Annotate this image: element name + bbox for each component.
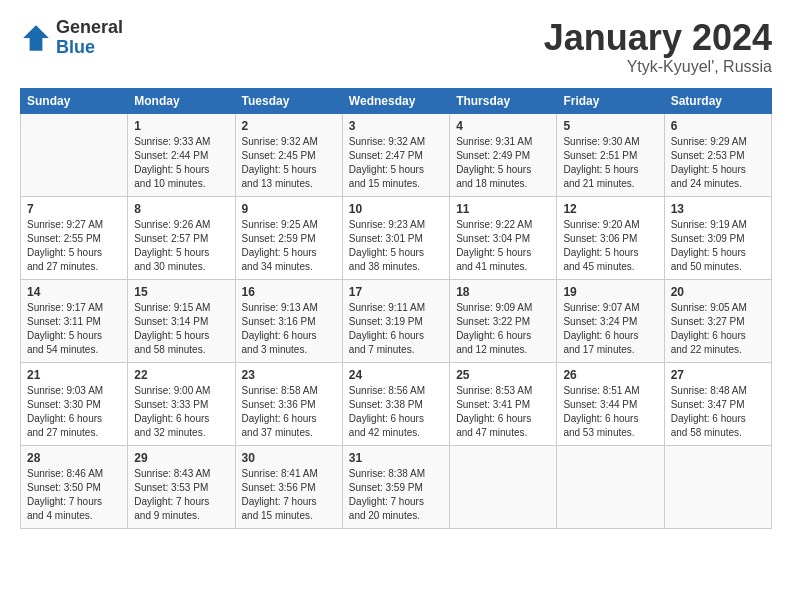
- calendar-cell: 18Sunrise: 9:09 AM Sunset: 3:22 PM Dayli…: [450, 279, 557, 362]
- day-info: Sunrise: 8:51 AM Sunset: 3:44 PM Dayligh…: [563, 384, 657, 440]
- calendar-cell: 21Sunrise: 9:03 AM Sunset: 3:30 PM Dayli…: [21, 362, 128, 445]
- calendar-cell: 24Sunrise: 8:56 AM Sunset: 3:38 PM Dayli…: [342, 362, 449, 445]
- calendar-cell: 27Sunrise: 8:48 AM Sunset: 3:47 PM Dayli…: [664, 362, 771, 445]
- calendar-cell: 4Sunrise: 9:31 AM Sunset: 2:49 PM Daylig…: [450, 113, 557, 196]
- day-info: Sunrise: 9:25 AM Sunset: 2:59 PM Dayligh…: [242, 218, 336, 274]
- calendar-cell: 20Sunrise: 9:05 AM Sunset: 3:27 PM Dayli…: [664, 279, 771, 362]
- day-info: Sunrise: 9:11 AM Sunset: 3:19 PM Dayligh…: [349, 301, 443, 357]
- day-number: 12: [563, 202, 657, 216]
- calendar-cell: 8Sunrise: 9:26 AM Sunset: 2:57 PM Daylig…: [128, 196, 235, 279]
- title-month: January 2024: [544, 18, 772, 58]
- calendar-cell: 28Sunrise: 8:46 AM Sunset: 3:50 PM Dayli…: [21, 445, 128, 528]
- day-number: 23: [242, 368, 336, 382]
- page: General Blue January 2024 Ytyk-Kyuyel', …: [0, 0, 792, 612]
- calendar-cell: 5Sunrise: 9:30 AM Sunset: 2:51 PM Daylig…: [557, 113, 664, 196]
- calendar-body: 1Sunrise: 9:33 AM Sunset: 2:44 PM Daylig…: [21, 113, 772, 528]
- day-number: 22: [134, 368, 228, 382]
- day-number: 10: [349, 202, 443, 216]
- day-info: Sunrise: 8:48 AM Sunset: 3:47 PM Dayligh…: [671, 384, 765, 440]
- calendar-table: Sunday Monday Tuesday Wednesday Thursday…: [20, 88, 772, 529]
- day-number: 30: [242, 451, 336, 465]
- day-number: 19: [563, 285, 657, 299]
- col-thursday: Thursday: [450, 88, 557, 113]
- day-number: 27: [671, 368, 765, 382]
- day-number: 31: [349, 451, 443, 465]
- calendar-cell: [557, 445, 664, 528]
- day-info: Sunrise: 8:46 AM Sunset: 3:50 PM Dayligh…: [27, 467, 121, 523]
- day-number: 17: [349, 285, 443, 299]
- title-location: Ytyk-Kyuyel', Russia: [544, 58, 772, 76]
- col-tuesday: Tuesday: [235, 88, 342, 113]
- col-friday: Friday: [557, 88, 664, 113]
- day-info: Sunrise: 9:27 AM Sunset: 2:55 PM Dayligh…: [27, 218, 121, 274]
- calendar-cell: 12Sunrise: 9:20 AM Sunset: 3:06 PM Dayli…: [557, 196, 664, 279]
- day-info: Sunrise: 8:53 AM Sunset: 3:41 PM Dayligh…: [456, 384, 550, 440]
- day-number: 21: [27, 368, 121, 382]
- calendar-cell: [450, 445, 557, 528]
- calendar-cell: 2Sunrise: 9:32 AM Sunset: 2:45 PM Daylig…: [235, 113, 342, 196]
- day-number: 6: [671, 119, 765, 133]
- calendar-week-1: 1Sunrise: 9:33 AM Sunset: 2:44 PM Daylig…: [21, 113, 772, 196]
- calendar-cell: 29Sunrise: 8:43 AM Sunset: 3:53 PM Dayli…: [128, 445, 235, 528]
- day-info: Sunrise: 9:03 AM Sunset: 3:30 PM Dayligh…: [27, 384, 121, 440]
- calendar-week-2: 7Sunrise: 9:27 AM Sunset: 2:55 PM Daylig…: [21, 196, 772, 279]
- day-info: Sunrise: 9:30 AM Sunset: 2:51 PM Dayligh…: [563, 135, 657, 191]
- day-info: Sunrise: 9:22 AM Sunset: 3:04 PM Dayligh…: [456, 218, 550, 274]
- calendar-cell: 6Sunrise: 9:29 AM Sunset: 2:53 PM Daylig…: [664, 113, 771, 196]
- day-number: 8: [134, 202, 228, 216]
- calendar-cell: 30Sunrise: 8:41 AM Sunset: 3:56 PM Dayli…: [235, 445, 342, 528]
- calendar-cell: 13Sunrise: 9:19 AM Sunset: 3:09 PM Dayli…: [664, 196, 771, 279]
- header-row: Sunday Monday Tuesday Wednesday Thursday…: [21, 88, 772, 113]
- title-block: January 2024 Ytyk-Kyuyel', Russia: [544, 18, 772, 76]
- calendar-cell: 16Sunrise: 9:13 AM Sunset: 3:16 PM Dayli…: [235, 279, 342, 362]
- calendar-cell: 14Sunrise: 9:17 AM Sunset: 3:11 PM Dayli…: [21, 279, 128, 362]
- day-info: Sunrise: 8:56 AM Sunset: 3:38 PM Dayligh…: [349, 384, 443, 440]
- day-number: 26: [563, 368, 657, 382]
- calendar-week-3: 14Sunrise: 9:17 AM Sunset: 3:11 PM Dayli…: [21, 279, 772, 362]
- day-info: Sunrise: 9:05 AM Sunset: 3:27 PM Dayligh…: [671, 301, 765, 357]
- day-number: 29: [134, 451, 228, 465]
- day-number: 20: [671, 285, 765, 299]
- calendar-cell: [21, 113, 128, 196]
- calendar-cell: 22Sunrise: 9:00 AM Sunset: 3:33 PM Dayli…: [128, 362, 235, 445]
- day-info: Sunrise: 9:32 AM Sunset: 2:47 PM Dayligh…: [349, 135, 443, 191]
- day-info: Sunrise: 9:15 AM Sunset: 3:14 PM Dayligh…: [134, 301, 228, 357]
- day-info: Sunrise: 9:13 AM Sunset: 3:16 PM Dayligh…: [242, 301, 336, 357]
- col-saturday: Saturday: [664, 88, 771, 113]
- day-number: 9: [242, 202, 336, 216]
- day-info: Sunrise: 8:58 AM Sunset: 3:36 PM Dayligh…: [242, 384, 336, 440]
- day-number: 15: [134, 285, 228, 299]
- day-info: Sunrise: 8:38 AM Sunset: 3:59 PM Dayligh…: [349, 467, 443, 523]
- calendar-cell: 10Sunrise: 9:23 AM Sunset: 3:01 PM Dayli…: [342, 196, 449, 279]
- svg-marker-0: [23, 25, 49, 51]
- calendar-week-5: 28Sunrise: 8:46 AM Sunset: 3:50 PM Dayli…: [21, 445, 772, 528]
- logo-general-text: General: [56, 18, 123, 38]
- day-info: Sunrise: 9:07 AM Sunset: 3:24 PM Dayligh…: [563, 301, 657, 357]
- col-monday: Monday: [128, 88, 235, 113]
- header: General Blue January 2024 Ytyk-Kyuyel', …: [20, 18, 772, 76]
- calendar-cell: 26Sunrise: 8:51 AM Sunset: 3:44 PM Dayli…: [557, 362, 664, 445]
- day-number: 24: [349, 368, 443, 382]
- logo-icon: [20, 22, 52, 54]
- day-number: 2: [242, 119, 336, 133]
- calendar-cell: [664, 445, 771, 528]
- day-info: Sunrise: 9:17 AM Sunset: 3:11 PM Dayligh…: [27, 301, 121, 357]
- day-info: Sunrise: 9:26 AM Sunset: 2:57 PM Dayligh…: [134, 218, 228, 274]
- day-info: Sunrise: 9:33 AM Sunset: 2:44 PM Dayligh…: [134, 135, 228, 191]
- day-info: Sunrise: 9:09 AM Sunset: 3:22 PM Dayligh…: [456, 301, 550, 357]
- calendar-cell: 17Sunrise: 9:11 AM Sunset: 3:19 PM Dayli…: [342, 279, 449, 362]
- day-number: 4: [456, 119, 550, 133]
- day-number: 18: [456, 285, 550, 299]
- calendar-cell: 31Sunrise: 8:38 AM Sunset: 3:59 PM Dayli…: [342, 445, 449, 528]
- day-info: Sunrise: 9:23 AM Sunset: 3:01 PM Dayligh…: [349, 218, 443, 274]
- day-info: Sunrise: 8:41 AM Sunset: 3:56 PM Dayligh…: [242, 467, 336, 523]
- calendar-cell: 15Sunrise: 9:15 AM Sunset: 3:14 PM Dayli…: [128, 279, 235, 362]
- calendar-cell: 25Sunrise: 8:53 AM Sunset: 3:41 PM Dayli…: [450, 362, 557, 445]
- calendar-cell: 9Sunrise: 9:25 AM Sunset: 2:59 PM Daylig…: [235, 196, 342, 279]
- day-info: Sunrise: 9:20 AM Sunset: 3:06 PM Dayligh…: [563, 218, 657, 274]
- day-number: 14: [27, 285, 121, 299]
- day-info: Sunrise: 9:00 AM Sunset: 3:33 PM Dayligh…: [134, 384, 228, 440]
- day-info: Sunrise: 8:43 AM Sunset: 3:53 PM Dayligh…: [134, 467, 228, 523]
- calendar-cell: 23Sunrise: 8:58 AM Sunset: 3:36 PM Dayli…: [235, 362, 342, 445]
- day-info: Sunrise: 9:19 AM Sunset: 3:09 PM Dayligh…: [671, 218, 765, 274]
